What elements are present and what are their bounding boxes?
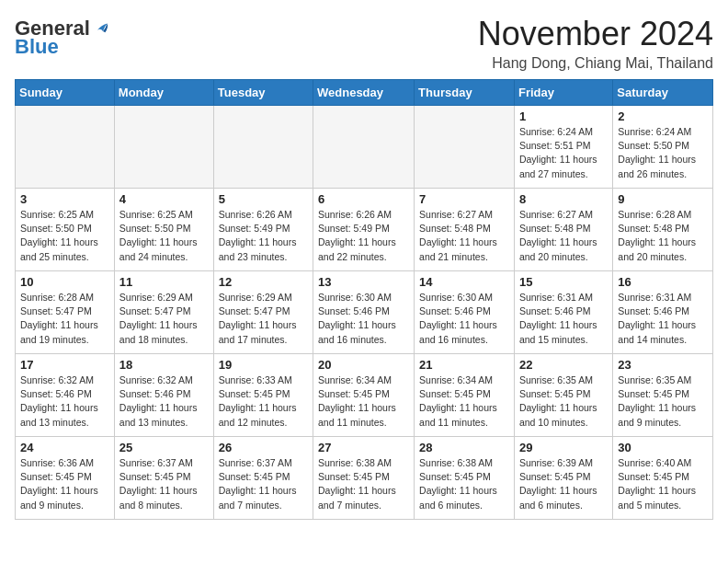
- day-number: 27: [318, 441, 409, 454]
- day-info: Sunrise: 6:36 AM Sunset: 5:45 PM Dayligh…: [20, 456, 109, 512]
- col-header-tuesday: Tuesday: [213, 80, 313, 106]
- calendar-cell: 29Sunrise: 6:39 AM Sunset: 5:45 PM Dayli…: [514, 437, 612, 520]
- calendar-cell: 4Sunrise: 6:25 AM Sunset: 5:50 PM Daylig…: [114, 189, 213, 271]
- calendar-cell: 8Sunrise: 6:27 AM Sunset: 5:48 PM Daylig…: [514, 189, 612, 271]
- day-number: 2: [618, 109, 708, 123]
- calendar-cell: 30Sunrise: 6:40 AM Sunset: 5:45 PM Dayli…: [613, 437, 713, 520]
- calendar-cell: 6Sunrise: 6:26 AM Sunset: 5:49 PM Daylig…: [313, 189, 415, 271]
- day-number: 11: [119, 275, 209, 289]
- day-number: 30: [618, 441, 708, 454]
- calendar-cell: 17Sunrise: 6:32 AM Sunset: 5:46 PM Dayli…: [16, 354, 115, 437]
- day-info: Sunrise: 6:39 AM Sunset: 5:45 PM Dayligh…: [519, 456, 608, 512]
- calendar-cell: [213, 106, 313, 189]
- day-number: 28: [419, 441, 509, 454]
- calendar-cell: 12Sunrise: 6:29 AM Sunset: 5:47 PM Dayli…: [213, 271, 313, 354]
- day-number: 13: [318, 275, 409, 289]
- calendar-table: SundayMondayTuesdayWednesdayThursdayFrid…: [15, 79, 713, 520]
- day-number: 10: [20, 275, 109, 289]
- day-info: Sunrise: 6:27 AM Sunset: 5:48 PM Dayligh…: [419, 208, 509, 264]
- title-block: November 2024 Hang Dong, Chiang Mai, Tha…: [478, 15, 713, 72]
- day-info: Sunrise: 6:37 AM Sunset: 5:45 PM Dayligh…: [219, 456, 308, 512]
- day-info: Sunrise: 6:38 AM Sunset: 5:45 PM Dayligh…: [419, 456, 509, 512]
- day-info: Sunrise: 6:34 AM Sunset: 5:45 PM Dayligh…: [318, 373, 409, 430]
- calendar-cell: 21Sunrise: 6:34 AM Sunset: 5:45 PM Dayli…: [415, 354, 515, 437]
- calendar-cell: 18Sunrise: 6:32 AM Sunset: 5:46 PM Dayli…: [114, 354, 213, 437]
- calendar-cell: 10Sunrise: 6:28 AM Sunset: 5:47 PM Dayli…: [16, 271, 115, 354]
- col-header-monday: Monday: [114, 80, 213, 106]
- day-number: 15: [519, 275, 608, 289]
- calendar-cell: [415, 106, 515, 189]
- calendar-cell: [16, 106, 115, 189]
- day-number: 14: [419, 275, 509, 289]
- calendar-cell: 26Sunrise: 6:37 AM Sunset: 5:45 PM Dayli…: [213, 437, 313, 520]
- day-info: Sunrise: 6:30 AM Sunset: 5:46 PM Dayligh…: [419, 291, 509, 347]
- day-number: 24: [20, 441, 109, 454]
- calendar-cell: 11Sunrise: 6:29 AM Sunset: 5:47 PM Dayli…: [114, 271, 213, 354]
- day-number: 18: [119, 358, 209, 372]
- day-info: Sunrise: 6:31 AM Sunset: 5:46 PM Dayligh…: [618, 291, 708, 347]
- calendar-cell: 24Sunrise: 6:36 AM Sunset: 5:45 PM Dayli…: [16, 437, 115, 520]
- calendar-cell: 15Sunrise: 6:31 AM Sunset: 5:46 PM Dayli…: [514, 271, 612, 354]
- day-info: Sunrise: 6:32 AM Sunset: 5:46 PM Dayligh…: [20, 373, 109, 430]
- day-info: Sunrise: 6:29 AM Sunset: 5:47 PM Dayligh…: [119, 291, 209, 347]
- day-info: Sunrise: 6:26 AM Sunset: 5:49 PM Dayligh…: [219, 208, 308, 264]
- day-info: Sunrise: 6:25 AM Sunset: 5:50 PM Dayligh…: [20, 208, 109, 264]
- location-title: Hang Dong, Chiang Mai, Thailand: [478, 55, 713, 72]
- day-number: 6: [318, 192, 409, 206]
- calendar-cell: 13Sunrise: 6:30 AM Sunset: 5:46 PM Dayli…: [313, 271, 415, 354]
- day-number: 22: [519, 358, 608, 372]
- calendar-cell: [114, 106, 213, 189]
- day-info: Sunrise: 6:29 AM Sunset: 5:47 PM Dayligh…: [219, 291, 308, 347]
- calendar-week-4: 17Sunrise: 6:32 AM Sunset: 5:46 PM Dayli…: [16, 354, 713, 437]
- month-title: November 2024: [478, 15, 713, 53]
- calendar-header: SundayMondayTuesdayWednesdayThursdayFrid…: [16, 80, 713, 106]
- day-number: 20: [318, 358, 409, 372]
- calendar-cell: 7Sunrise: 6:27 AM Sunset: 5:48 PM Daylig…: [415, 189, 515, 271]
- day-info: Sunrise: 6:38 AM Sunset: 5:45 PM Dayligh…: [318, 456, 409, 512]
- day-info: Sunrise: 6:28 AM Sunset: 5:47 PM Dayligh…: [20, 291, 109, 347]
- day-info: Sunrise: 6:25 AM Sunset: 5:50 PM Dayligh…: [119, 208, 209, 264]
- day-number: 25: [119, 441, 209, 454]
- day-info: Sunrise: 6:28 AM Sunset: 5:48 PM Dayligh…: [618, 208, 708, 264]
- day-info: Sunrise: 6:32 AM Sunset: 5:46 PM Dayligh…: [119, 373, 209, 430]
- day-number: 8: [519, 192, 608, 206]
- day-number: 12: [219, 275, 308, 289]
- calendar-cell: 25Sunrise: 6:37 AM Sunset: 5:45 PM Dayli…: [114, 437, 213, 520]
- day-info: Sunrise: 6:24 AM Sunset: 5:50 PM Dayligh…: [618, 125, 708, 181]
- day-info: Sunrise: 6:30 AM Sunset: 5:46 PM Dayligh…: [318, 291, 409, 347]
- calendar-cell: 28Sunrise: 6:38 AM Sunset: 5:45 PM Dayli…: [415, 437, 515, 520]
- calendar-cell: 27Sunrise: 6:38 AM Sunset: 5:45 PM Dayli…: [313, 437, 415, 520]
- calendar-cell: 20Sunrise: 6:34 AM Sunset: 5:45 PM Dayli…: [313, 354, 415, 437]
- calendar-cell: 2Sunrise: 6:24 AM Sunset: 5:50 PM Daylig…: [613, 106, 713, 189]
- logo: General Blue: [15, 18, 108, 57]
- col-header-saturday: Saturday: [613, 80, 713, 106]
- day-number: 7: [419, 192, 509, 206]
- calendar-week-5: 24Sunrise: 6:36 AM Sunset: 5:45 PM Dayli…: [16, 437, 713, 520]
- calendar-cell: 23Sunrise: 6:35 AM Sunset: 5:45 PM Dayli…: [613, 354, 713, 437]
- calendar-cell: 9Sunrise: 6:28 AM Sunset: 5:48 PM Daylig…: [613, 189, 713, 271]
- calendar-cell: 22Sunrise: 6:35 AM Sunset: 5:45 PM Dayli…: [514, 354, 612, 437]
- day-info: Sunrise: 6:27 AM Sunset: 5:48 PM Dayligh…: [519, 208, 608, 264]
- day-number: 3: [20, 192, 109, 206]
- page-header: General Blue November 2024 Hang Dong, Ch…: [15, 15, 713, 72]
- col-header-wednesday: Wednesday: [313, 80, 415, 106]
- col-header-thursday: Thursday: [415, 80, 515, 106]
- logo-bird-icon: [92, 20, 108, 37]
- day-info: Sunrise: 6:24 AM Sunset: 5:51 PM Dayligh…: [519, 125, 608, 181]
- day-number: 19: [219, 358, 308, 372]
- day-info: Sunrise: 6:37 AM Sunset: 5:45 PM Dayligh…: [119, 456, 209, 512]
- day-info: Sunrise: 6:33 AM Sunset: 5:45 PM Dayligh…: [219, 373, 308, 430]
- calendar-cell: 14Sunrise: 6:30 AM Sunset: 5:46 PM Dayli…: [415, 271, 515, 354]
- calendar-cell: 16Sunrise: 6:31 AM Sunset: 5:46 PM Dayli…: [613, 271, 713, 354]
- calendar-week-3: 10Sunrise: 6:28 AM Sunset: 5:47 PM Dayli…: [16, 271, 713, 354]
- calendar-week-2: 3Sunrise: 6:25 AM Sunset: 5:50 PM Daylig…: [16, 189, 713, 271]
- day-info: Sunrise: 6:35 AM Sunset: 5:45 PM Dayligh…: [519, 373, 608, 430]
- day-info: Sunrise: 6:35 AM Sunset: 5:45 PM Dayligh…: [618, 373, 708, 430]
- calendar-cell: 5Sunrise: 6:26 AM Sunset: 5:49 PM Daylig…: [213, 189, 313, 271]
- calendar-cell: 1Sunrise: 6:24 AM Sunset: 5:51 PM Daylig…: [514, 106, 612, 189]
- day-info: Sunrise: 6:40 AM Sunset: 5:45 PM Dayligh…: [618, 456, 708, 512]
- calendar-cell: 19Sunrise: 6:33 AM Sunset: 5:45 PM Dayli…: [213, 354, 313, 437]
- day-number: 17: [20, 358, 109, 372]
- day-info: Sunrise: 6:26 AM Sunset: 5:49 PM Dayligh…: [318, 208, 409, 264]
- calendar-week-1: 1Sunrise: 6:24 AM Sunset: 5:51 PM Daylig…: [16, 106, 713, 189]
